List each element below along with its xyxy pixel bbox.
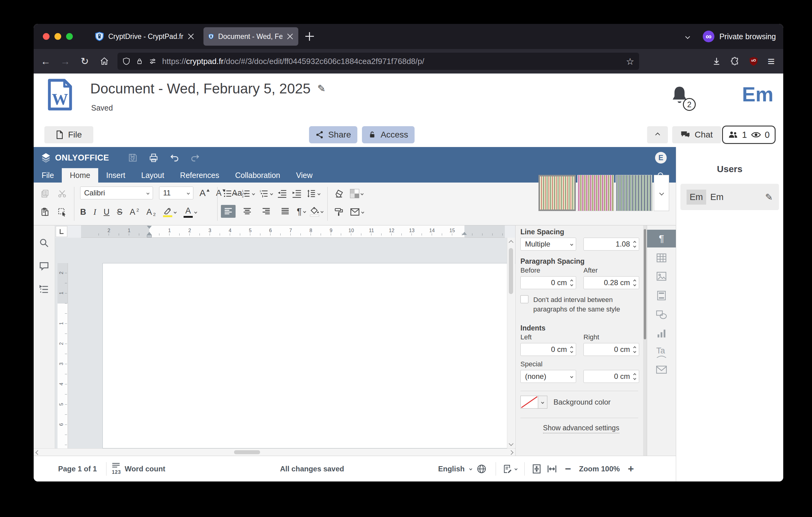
find-button[interactable] (39, 238, 49, 248)
menu-file[interactable]: File (34, 168, 62, 183)
line-spacing-value-spinner[interactable]: 1.08 (583, 238, 639, 250)
set-language-globe-button[interactable] (477, 464, 487, 474)
special-amount-spinner[interactable]: 0 cm (583, 370, 639, 383)
background-color-dropdown[interactable] (538, 396, 547, 409)
tab-stop-selector[interactable] (56, 226, 67, 237)
menu-layout[interactable]: Layout (134, 168, 172, 183)
spacing-after-spinner[interactable]: 0.28 cm (583, 276, 639, 289)
bookmark-star-icon[interactable]: ☆ (626, 56, 634, 67)
document-page[interactable] (103, 263, 526, 448)
horizontal-scrollbar[interactable] (34, 448, 515, 456)
shading-color-button[interactable] (350, 189, 363, 198)
italic-button[interactable]: I (94, 207, 96, 217)
zoom-level-indicator[interactable]: Zoom 100% (579, 465, 620, 473)
collapse-toolbar-button[interactable] (647, 126, 668, 143)
tracking-shield-icon[interactable] (122, 57, 130, 65)
list-all-tabs-icon[interactable] (685, 34, 690, 39)
copy-icon[interactable] (40, 189, 50, 198)
bullet-list-button[interactable] (223, 189, 236, 198)
tab-close-icon[interactable] (187, 33, 194, 40)
font-color-button[interactable]: A (183, 206, 197, 218)
right-indent-marker[interactable] (462, 232, 467, 235)
spell-checking-button[interactable] (503, 464, 517, 474)
notifications-button[interactable]: 2 (670, 85, 692, 110)
forward-button[interactable]: → (58, 54, 73, 69)
subscript-button[interactable]: A2 (146, 207, 155, 217)
user-list-item[interactable]: Em Em ✎ (680, 184, 779, 210)
print-icon[interactable] (148, 153, 159, 163)
shape-settings-tab[interactable] (656, 310, 667, 320)
advanced-settings-link[interactable]: Show advanced settings (543, 424, 619, 433)
justify-button[interactable] (278, 205, 292, 218)
header-footer-settings-tab[interactable] (656, 290, 667, 301)
downloads-icon[interactable] (712, 57, 721, 66)
home-button[interactable] (97, 54, 112, 69)
indent-left-spinner[interactable]: 0 cm (520, 343, 576, 356)
font-size-select[interactable]: 11 (159, 187, 193, 199)
paragraph-style-normal[interactable] (539, 175, 576, 211)
vertical-ruler[interactable]: 2 1 1 2 3 4 5 6 (58, 263, 68, 448)
scroll-left-arrow[interactable] (35, 450, 40, 455)
vertical-scrollbar[interactable] (507, 238, 515, 448)
menu-view[interactable]: View (288, 168, 321, 183)
menu-home[interactable]: Home (62, 168, 98, 183)
cut-icon[interactable] (58, 189, 67, 198)
scroll-down-arrow[interactable] (509, 441, 514, 446)
minimize-window-button[interactable] (55, 33, 61, 40)
url-text[interactable]: https://cryptpad.fr/doc/#/3/doc/edit/ff0… (162, 57, 620, 66)
align-right-button[interactable] (259, 205, 273, 218)
strikeout-button[interactable]: S (117, 207, 122, 217)
back-button[interactable]: ← (38, 54, 53, 69)
comments-button[interactable] (39, 261, 49, 271)
mail-merge-settings-tab[interactable] (656, 365, 667, 374)
share-button[interactable]: Share (309, 126, 357, 143)
tab-close-icon[interactable] (287, 33, 293, 40)
highlight-color-button[interactable] (163, 207, 176, 217)
menu-references[interactable]: References (172, 168, 227, 183)
account-avatar[interactable]: Em (742, 83, 774, 106)
page-number-indicator[interactable]: Page 1 of 1 (58, 465, 97, 473)
increase-indent-button[interactable] (292, 189, 302, 198)
horizontal-scroll-thumb[interactable] (234, 450, 260, 454)
indent-right-spinner[interactable]: 0 cm (583, 343, 639, 356)
numbered-list-button[interactable]: 123 (241, 189, 255, 198)
language-selector[interactable]: English (438, 465, 465, 473)
table-settings-tab[interactable] (656, 253, 667, 263)
scroll-right-arrow[interactable] (509, 450, 514, 455)
copy-style-button[interactable] (334, 207, 344, 217)
tab-document-active[interactable]: Document - Wed, February 5, 2025 (203, 27, 298, 46)
page-canvas[interactable] (55, 238, 507, 448)
chart-settings-tab[interactable] (656, 328, 667, 339)
background-color-swatch[interactable] (520, 396, 538, 409)
url-bar[interactable]: https://cryptpad.fr/doc/#/3/doc/edit/ff0… (117, 53, 639, 70)
multilevel-list-button[interactable]: 1 (259, 189, 272, 198)
language-chevron-icon[interactable] (469, 467, 472, 470)
scroll-up-arrow[interactable] (509, 240, 514, 245)
menu-collaboration[interactable]: Collaboration (227, 168, 288, 183)
editor-user-badge[interactable]: E (655, 152, 667, 164)
tab-cryptdrive[interactable]: CryptDrive - CryptPad.fr (90, 27, 199, 46)
paragraph-style-heading[interactable] (616, 175, 652, 211)
new-tab-button[interactable] (305, 32, 314, 41)
lock-icon[interactable] (136, 57, 143, 65)
clear-style-button[interactable] (334, 189, 344, 198)
textart-settings-tab[interactable]: Ta (656, 346, 667, 358)
navigation-button[interactable] (39, 284, 49, 295)
redo-icon[interactable] (190, 153, 200, 163)
extensions-icon[interactable] (730, 57, 740, 66)
decrease-indent-button[interactable] (277, 189, 287, 198)
menu-insert[interactable]: Insert (98, 168, 134, 183)
underline-button[interactable]: U (104, 207, 110, 217)
save-icon[interactable] (127, 153, 138, 163)
edit-user-pencil-icon[interactable]: ✎ (765, 192, 773, 202)
menu-button[interactable]: ≡ (767, 55, 775, 67)
zoom-out-button[interactable]: − (565, 463, 571, 475)
mail-merge-button[interactable] (350, 208, 364, 216)
chat-button[interactable]: Chat (672, 126, 721, 143)
select-all-icon[interactable] (58, 207, 67, 217)
maximize-window-button[interactable] (66, 33, 73, 40)
reload-button[interactable]: ↻ (77, 54, 92, 69)
paragraph-settings-tab[interactable]: ¶ (647, 230, 676, 247)
align-center-button[interactable] (240, 205, 255, 218)
word-count-button[interactable]: 123 Word count (112, 463, 166, 475)
